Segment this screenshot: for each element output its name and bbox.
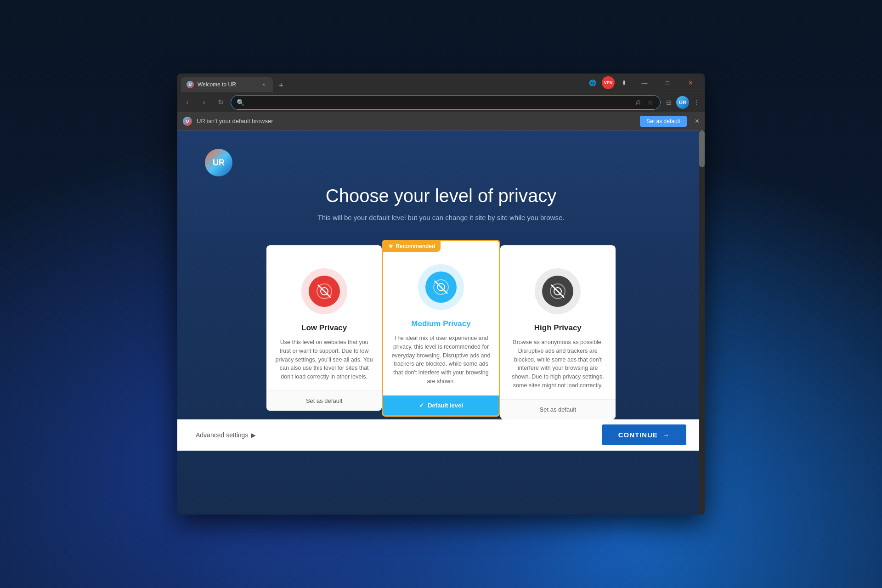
page-inner: UR Choose your level of privacy This wil… (177, 130, 705, 419)
profile-avatar[interactable]: UR (676, 96, 689, 109)
bookmark-icon[interactable]: ☆ (645, 98, 655, 107)
search-icon: 🔍 (237, 99, 244, 106)
medium-icon-outer (418, 264, 464, 310)
address-bar[interactable]: 🔍 ⎙ ☆ (231, 95, 661, 110)
privacy-shield-icon-high (549, 283, 566, 300)
forward-button[interactable]: › (198, 96, 210, 109)
privacy-shield-icon-medium (433, 279, 449, 295)
more-menu-icon[interactable]: ⋮ (692, 98, 701, 107)
high-card-desc: Browse as anonymous as possible. Disrupt… (500, 338, 616, 390)
bottom-bar: Advanced settings ▶ CONTINUE → (177, 419, 705, 451)
high-icon-outer (535, 268, 581, 314)
svg-line-1 (318, 285, 331, 298)
active-tab[interactable]: U Welcome to UR × (181, 77, 273, 92)
scrollbar-thumb[interactable] (699, 130, 705, 167)
page-title: Choose your level of privacy (326, 186, 556, 206)
page-content: UR Choose your level of privacy This wil… (177, 130, 705, 514)
low-card-name: Low Privacy (301, 323, 347, 333)
high-card-name: High Privacy (534, 323, 582, 333)
high-card-icon-wrap (535, 268, 581, 314)
continue-arrow-icon: → (662, 431, 670, 439)
sidebar-toggle-icon[interactable]: ⊟ (664, 98, 673, 107)
low-icon-outer (301, 268, 347, 314)
advanced-settings-arrow-icon: ▶ (251, 431, 256, 439)
tab-close-button[interactable]: × (260, 81, 267, 88)
vpn-icon[interactable]: VPN (602, 76, 615, 89)
download-icon[interactable]: ⬇ (617, 76, 630, 89)
new-tab-button[interactable]: + (275, 79, 288, 92)
low-privacy-card[interactable]: Low Privacy Use this level on websites t… (266, 245, 382, 411)
notification-close-button[interactable]: × (695, 117, 699, 125)
scrollbar-track[interactable] (699, 130, 705, 514)
tab-title: Welcome to UR (198, 81, 256, 88)
browser-window: U Welcome to UR × + 🌐 VPN ⬇ — □ ✕ ‹ › ↻ … (177, 74, 705, 514)
close-button[interactable]: ✕ (680, 75, 701, 90)
medium-card-footer[interactable]: ✓ Default level (383, 395, 498, 415)
set-as-default-button[interactable]: Set as default (640, 116, 686, 127)
medium-card-icon-wrap (418, 264, 464, 310)
tab-favicon: U (187, 81, 194, 88)
reload-button[interactable]: ↻ (214, 96, 227, 109)
address-bar-actions: ⎙ ☆ (633, 98, 655, 107)
globe-icon[interactable]: 🌐 (586, 76, 599, 89)
navigation-bar: ‹ › ↻ 🔍 ⎙ ☆ ⊟ UR ⋮ (177, 92, 705, 112)
recommended-badge: ★ Recommended (383, 241, 441, 252)
svg-line-4 (435, 281, 447, 294)
medium-card-name: Medium Privacy (411, 319, 470, 328)
privacy-shield-icon-low (316, 283, 333, 300)
window-controls: — □ ✕ (634, 75, 701, 90)
share-icon[interactable]: ⎙ (633, 98, 643, 107)
high-privacy-card[interactable]: High Privacy Browse as anonymous as poss… (500, 245, 616, 419)
title-bar-right: 🌐 VPN ⬇ (586, 76, 630, 89)
low-card-footer[interactable]: Set as default (266, 390, 382, 411)
notification-text: UR isn't your default browser (197, 118, 635, 124)
notif-favicon: U (183, 117, 192, 126)
search-input[interactable] (248, 99, 630, 106)
maximize-button[interactable]: □ (657, 75, 678, 90)
medium-card-desc: The ideal mix of user experience and pri… (383, 334, 498, 386)
continue-button[interactable]: CONTINUE → (602, 424, 686, 445)
page-subtitle: This will be your default level but you … (318, 214, 565, 221)
nav-right-icons: ⊟ UR ⋮ (664, 96, 701, 109)
ur-logo: UR (205, 149, 232, 176)
medium-icon-inner (425, 271, 457, 303)
low-card-desc: Use this level on websites that you trus… (266, 338, 382, 381)
tab-strip: U Welcome to UR × + (181, 74, 586, 92)
high-card-footer[interactable]: Set as default (500, 399, 616, 419)
notification-bar: U UR isn't your default browser Set as d… (177, 112, 705, 130)
high-icon-inner (542, 276, 573, 307)
medium-privacy-card[interactable]: ★ Recommended (382, 240, 500, 417)
checkmark-icon: ✓ (419, 402, 424, 409)
advanced-settings-link[interactable]: Advanced settings ▶ (196, 431, 256, 439)
minimize-button[interactable]: — (634, 75, 655, 90)
low-icon-inner (309, 276, 340, 307)
back-button[interactable]: ‹ (181, 96, 194, 109)
privacy-cards-row: Low Privacy Use this level on websites t… (266, 240, 616, 419)
title-bar: U Welcome to UR × + 🌐 VPN ⬇ — □ ✕ (177, 74, 705, 92)
svg-line-7 (551, 285, 564, 298)
star-icon: ★ (388, 243, 393, 249)
low-card-icon-wrap (301, 268, 347, 314)
